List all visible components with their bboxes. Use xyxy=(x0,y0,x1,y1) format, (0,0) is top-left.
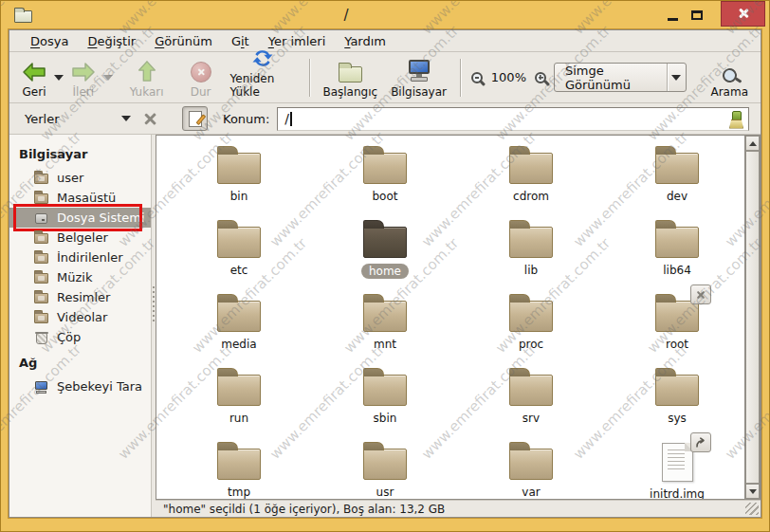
folder-icon xyxy=(217,153,261,184)
folder-icon xyxy=(655,301,699,332)
file-media[interactable]: media xyxy=(166,289,312,363)
sidebar-item-m-zik[interactable]: Müzik xyxy=(9,267,151,287)
file-root[interactable]: root xyxy=(604,289,744,363)
file-bin[interactable]: bin xyxy=(166,141,312,215)
menu-dosya[interactable]: Dosya xyxy=(21,32,78,50)
file-mnt[interactable]: mnt xyxy=(312,289,458,363)
close-icon xyxy=(696,290,706,300)
file-proc[interactable]: proc xyxy=(458,289,604,363)
toolbar: Geri İleri Yukarı Dur xyxy=(9,52,761,103)
file-lib64[interactable]: lib64 xyxy=(604,215,744,289)
file-boot[interactable]: boot xyxy=(312,141,458,215)
sidebar-item-resimler[interactable]: Resimler xyxy=(9,287,151,307)
scrollbar-thumb[interactable] xyxy=(745,151,760,484)
stop-button[interactable]: Dur xyxy=(184,55,218,101)
close-button[interactable] xyxy=(721,1,765,27)
search-button[interactable]: Arama xyxy=(704,55,755,101)
menu-yard-m[interactable]: Yardım xyxy=(335,32,395,50)
resize-grip[interactable] xyxy=(745,503,759,515)
file-label: dev xyxy=(667,190,688,203)
file-usr[interactable]: usr xyxy=(312,437,458,500)
location-bar: Yerler Konum: / xyxy=(9,103,761,135)
symlink-emblem-icon xyxy=(690,432,711,452)
sidebar-header-bilgisayar: Bilgisayar xyxy=(9,144,151,168)
home-button[interactable]: Başlangıç xyxy=(316,55,384,101)
sidebar-item-label: Müzik xyxy=(57,270,92,284)
path-input[interactable]: / xyxy=(277,107,749,131)
sidebar-item-label: İndirilenler xyxy=(57,250,123,265)
up-label: Yukarı xyxy=(130,85,164,99)
toolbar-separator xyxy=(460,59,461,97)
view-row: binbootcdromdevetchomeliblib64mediamntpr… xyxy=(156,135,761,500)
file-initrd-img[interactable]: initrd.img xyxy=(604,437,744,500)
file-tmp[interactable]: tmp xyxy=(166,437,312,500)
file-label: proc xyxy=(519,338,543,351)
sidebar-item-videolar[interactable]: Videolar xyxy=(9,307,151,327)
documents-folder-icon xyxy=(34,230,49,246)
zoom-out-icon[interactable] xyxy=(471,72,483,83)
file-home[interactable]: home xyxy=(312,215,458,289)
edit-path-toggle[interactable] xyxy=(182,106,208,131)
stop-label: Dur xyxy=(191,85,211,99)
file-var[interactable]: var xyxy=(458,437,604,500)
vertical-scrollbar[interactable] xyxy=(744,135,761,500)
pane-splitter[interactable] xyxy=(152,135,156,517)
file-sys[interactable]: sys xyxy=(604,363,744,437)
sidebar-item-dosya-sistemi[interactable]: Dosya Sistemi xyxy=(9,208,151,228)
folder-icon xyxy=(655,153,699,184)
folder-icon xyxy=(655,375,699,406)
file-dev[interactable]: dev xyxy=(604,141,744,215)
toolbar-separator xyxy=(309,59,310,97)
scroll-down-button[interactable] xyxy=(745,484,760,499)
sidebar-item-belgeler[interactable]: Belgeler xyxy=(9,228,151,248)
file-label: tmp xyxy=(228,486,250,499)
file-cdrom[interactable]: cdrom xyxy=(458,141,604,215)
chevron-down-icon xyxy=(54,75,64,81)
maximize-button[interactable] xyxy=(685,3,709,28)
menu-g-r-n-m[interactable]: Görünüm xyxy=(145,32,222,50)
reload-button[interactable]: Yeniden Yükle xyxy=(224,55,302,101)
close-emblem-button[interactable] xyxy=(690,284,711,304)
music-folder-icon xyxy=(34,270,49,285)
sidebar-item-p[interactable]: Çöp xyxy=(9,327,151,347)
scroll-up-button[interactable] xyxy=(745,136,760,151)
main-column: binbootcdromdevetchomeliblib64mediamntpr… xyxy=(156,135,761,517)
sidebar-item-label: Resimler xyxy=(57,290,110,304)
places-select[interactable]: Yerler xyxy=(25,112,131,126)
title-bar: / xyxy=(1,1,769,29)
zoom-in-icon[interactable] xyxy=(535,72,546,83)
path-value: / xyxy=(284,111,289,126)
computer-button[interactable]: Bilgisayar xyxy=(384,55,453,101)
trash-icon xyxy=(34,330,49,345)
minimize-button[interactable] xyxy=(660,3,685,28)
view-mode-select[interactable]: Simge Görünümü xyxy=(554,63,687,92)
back-button[interactable]: Geri xyxy=(15,55,53,101)
file-sbin[interactable]: sbin xyxy=(312,363,458,437)
up-arrow-icon xyxy=(137,60,157,83)
text-caret xyxy=(290,112,292,126)
sidebar-item-i-ndirilenler[interactable]: İndirilenler xyxy=(9,248,151,267)
sidebar-item-user[interactable]: user xyxy=(9,168,151,188)
forward-history-dropdown[interactable] xyxy=(102,57,114,99)
file-srv[interactable]: srv xyxy=(458,363,604,437)
file-icon xyxy=(662,443,693,482)
file-lib[interactable]: lib xyxy=(458,215,604,289)
up-button[interactable]: Yukarı xyxy=(123,55,171,101)
menu-de-i-tir[interactable]: Değiştir xyxy=(78,32,145,50)
view-mode-value: Simge Görünümü xyxy=(565,64,667,92)
forward-label: İleri xyxy=(73,85,95,99)
folder-icon xyxy=(363,449,407,480)
stop-icon xyxy=(191,60,211,83)
go-brush-icon[interactable] xyxy=(728,111,742,128)
app-frame: DosyaDeğiştirGörünümGitYer imleriYardım … xyxy=(9,29,761,518)
close-icon xyxy=(738,8,749,19)
sidebar-item-ebekeyi-tara[interactable]: Şebekeyi Tara xyxy=(9,376,151,396)
sidebar-item-masa-st[interactable]: Masaüstü xyxy=(9,188,151,208)
sidebar-item-label: user xyxy=(57,171,83,185)
file-run[interactable]: run xyxy=(166,363,312,437)
close-side-pane-button[interactable] xyxy=(138,107,161,130)
file-etc[interactable]: etc xyxy=(166,215,312,289)
icon-view[interactable]: binbootcdromdevetchomeliblib64mediamntpr… xyxy=(156,135,744,500)
forward-button[interactable]: İleri xyxy=(64,55,102,101)
back-history-dropdown[interactable] xyxy=(53,57,64,99)
